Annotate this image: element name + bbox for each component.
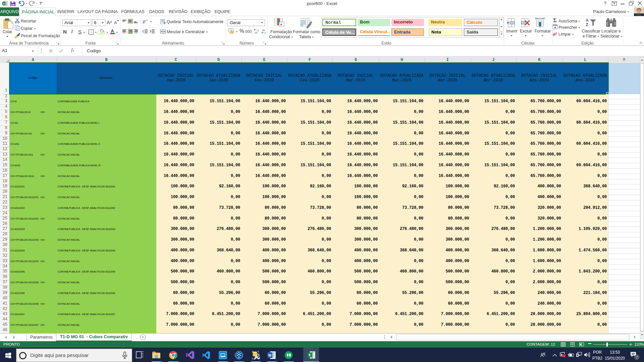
svg-text:X: X	[308, 353, 311, 357]
svg-text:!: !	[564, 355, 564, 358]
svg-text:,0: ,0	[257, 29, 259, 32]
svg-text:,0: ,0	[264, 32, 266, 34]
svg-text:X: X	[3, 2, 5, 5]
svg-text:,00: ,00	[262, 29, 265, 32]
svg-text:W: W	[268, 354, 272, 357]
svg-text:APP: APP	[237, 357, 240, 359]
svg-text:ab: ab	[143, 19, 147, 24]
svg-text:≠: ≠	[280, 22, 282, 26]
svg-text:A: A	[586, 18, 589, 23]
svg-text:Z: Z	[586, 22, 588, 27]
svg-text:,00: ,00	[254, 32, 257, 34]
